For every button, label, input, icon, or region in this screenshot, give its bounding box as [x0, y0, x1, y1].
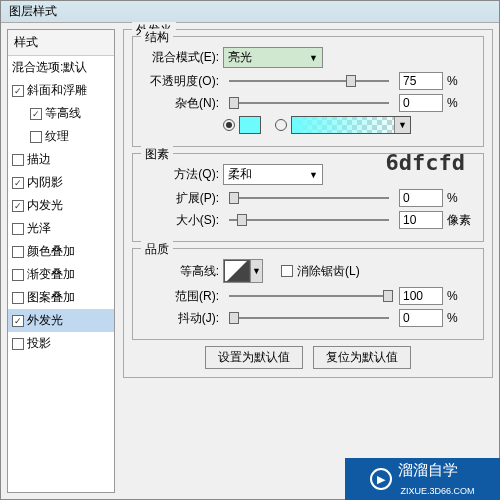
- spread-input[interactable]: [399, 189, 443, 207]
- chevron-down-icon: ▼: [250, 260, 262, 282]
- quality-group: 品质 等高线: ▼ 消除锯齿(L) 范围(R):: [132, 248, 484, 340]
- style-label: 渐变叠加: [27, 266, 75, 283]
- styles-list: 样式 混合选项:默认 ✓斜面和浮雕✓等高线纹理描边✓内阴影✓内发光光泽颜色叠加渐…: [7, 29, 115, 493]
- reset-default-button[interactable]: 复位为默认值: [313, 346, 411, 369]
- jitter-label: 抖动(J):: [141, 310, 219, 327]
- style-checkbox[interactable]: [12, 338, 24, 350]
- opacity-input[interactable]: [399, 72, 443, 90]
- titlebar: 图层样式: [1, 1, 499, 23]
- range-label: 范围(R):: [141, 288, 219, 305]
- play-icon: ▶: [370, 468, 392, 490]
- style-label: 纹理: [45, 128, 69, 145]
- style-checkbox[interactable]: [30, 131, 42, 143]
- solid-color-radio[interactable]: [223, 119, 235, 131]
- style-checkbox[interactable]: [12, 154, 24, 166]
- noise-input[interactable]: [399, 94, 443, 112]
- style-checkbox[interactable]: ✓: [12, 177, 24, 189]
- pattern-group: 图素 6dfcfd 方法(Q): 柔和 ▼ 扩展(P): %: [132, 153, 484, 242]
- watermark: ▶ 溜溜自学 ZIXUE.3D66.COM: [345, 458, 500, 500]
- style-item-7[interactable]: 颜色叠加: [8, 240, 114, 263]
- style-item-6[interactable]: 光泽: [8, 217, 114, 240]
- antialias-checkbox[interactable]: [281, 265, 293, 277]
- layer-style-dialog: 图层样式 样式 混合选项:默认 ✓斜面和浮雕✓等高线纹理描边✓内阴影✓内发光光泽…: [0, 0, 500, 500]
- style-label: 内发光: [27, 197, 63, 214]
- spread-slider[interactable]: [229, 190, 389, 206]
- opacity-slider[interactable]: [229, 73, 389, 89]
- style-label: 内阴影: [27, 174, 63, 191]
- style-label: 颜色叠加: [27, 243, 75, 260]
- style-item-0[interactable]: ✓斜面和浮雕: [8, 79, 114, 102]
- size-label: 大小(S):: [141, 212, 219, 229]
- styles-header: 样式: [8, 30, 114, 56]
- style-label: 光泽: [27, 220, 51, 237]
- style-checkbox[interactable]: [12, 246, 24, 258]
- style-item-5[interactable]: ✓内发光: [8, 194, 114, 217]
- set-default-button[interactable]: 设置为默认值: [205, 346, 303, 369]
- range-input[interactable]: [399, 287, 443, 305]
- outer-glow-group: 外发光 结构 混合模式(E): 亮光 ▼ 不透明度(O): %: [123, 29, 493, 378]
- style-item-10[interactable]: ✓外发光: [8, 309, 114, 332]
- blend-options-item[interactable]: 混合选项:默认: [8, 56, 114, 79]
- structure-group: 结构 混合模式(E): 亮光 ▼ 不透明度(O): %: [132, 36, 484, 147]
- style-label: 投影: [27, 335, 51, 352]
- jitter-slider[interactable]: [229, 310, 389, 326]
- style-label: 斜面和浮雕: [27, 82, 87, 99]
- style-label: 描边: [27, 151, 51, 168]
- style-checkbox[interactable]: [12, 223, 24, 235]
- chevron-down-icon: ▼: [309, 53, 318, 63]
- jitter-input[interactable]: [399, 309, 443, 327]
- quality-legend: 品质: [141, 241, 173, 258]
- noise-label: 杂色(N):: [141, 95, 219, 112]
- range-slider[interactable]: [229, 288, 389, 304]
- style-item-4[interactable]: ✓内阴影: [8, 171, 114, 194]
- style-label: 图案叠加: [27, 289, 75, 306]
- style-item-2[interactable]: 纹理: [8, 125, 114, 148]
- blend-mode-label: 混合模式(E):: [141, 49, 219, 66]
- antialias-label: 消除锯齿(L): [297, 263, 360, 280]
- chevron-down-icon: ▼: [394, 117, 410, 133]
- color-swatch[interactable]: [239, 116, 261, 134]
- technique-combo[interactable]: 柔和 ▼: [223, 164, 323, 185]
- contour-picker[interactable]: ▼: [223, 259, 263, 283]
- style-item-3[interactable]: 描边: [8, 148, 114, 171]
- style-item-8[interactable]: 渐变叠加: [8, 263, 114, 286]
- contour-label: 等高线:: [141, 263, 219, 280]
- style-checkbox[interactable]: ✓: [30, 108, 42, 120]
- size-slider[interactable]: [229, 212, 389, 228]
- pattern-legend: 图素: [141, 146, 173, 163]
- style-item-11[interactable]: 投影: [8, 332, 114, 355]
- opacity-label: 不透明度(O):: [141, 73, 219, 90]
- style-label: 等高线: [45, 105, 81, 122]
- style-checkbox[interactable]: ✓: [12, 200, 24, 212]
- blend-mode-combo[interactable]: 亮光 ▼: [223, 47, 323, 68]
- dialog-title: 图层样式: [9, 4, 57, 18]
- structure-legend: 结构: [141, 29, 173, 46]
- spread-label: 扩展(P):: [141, 190, 219, 207]
- color-annotation: 6dfcfd: [386, 150, 465, 175]
- contour-thumb: [224, 260, 250, 282]
- gradient-radio[interactable]: [275, 119, 287, 131]
- style-item-1[interactable]: ✓等高线: [8, 102, 114, 125]
- right-panel: 外发光 结构 混合模式(E): 亮光 ▼ 不透明度(O): %: [123, 29, 493, 493]
- style-label: 外发光: [27, 312, 63, 329]
- style-checkbox[interactable]: ✓: [12, 85, 24, 97]
- noise-slider[interactable]: [229, 95, 389, 111]
- style-checkbox[interactable]: [12, 269, 24, 281]
- style-item-9[interactable]: 图案叠加: [8, 286, 114, 309]
- technique-label: 方法(Q):: [141, 166, 219, 183]
- chevron-down-icon: ▼: [309, 170, 318, 180]
- size-input[interactable]: [399, 211, 443, 229]
- style-checkbox[interactable]: ✓: [12, 315, 24, 327]
- gradient-bar[interactable]: ▼: [291, 116, 411, 134]
- style-checkbox[interactable]: [12, 292, 24, 304]
